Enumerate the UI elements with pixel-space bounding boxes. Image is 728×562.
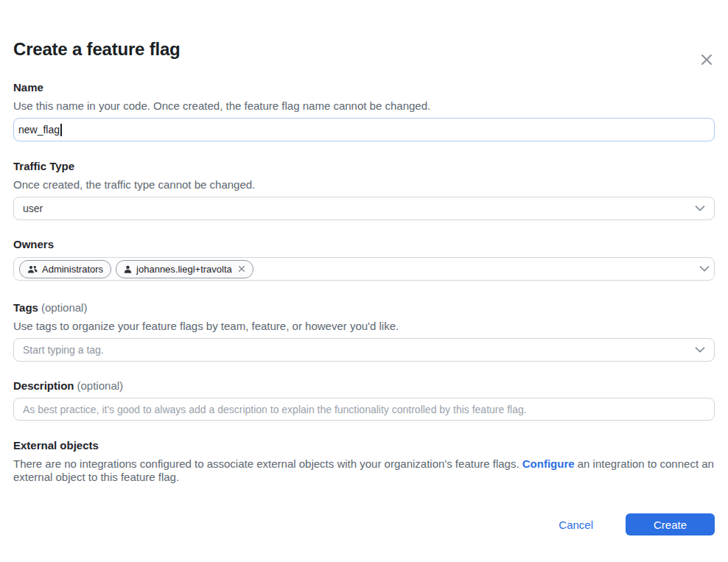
description-input[interactable] <box>13 398 715 421</box>
owner-chip-label: johannes.liegl+travolta <box>136 264 232 275</box>
text-caret <box>60 124 62 136</box>
tags-optional-text: (optional) <box>41 301 88 314</box>
configure-link[interactable]: Configure <box>522 457 575 470</box>
remove-owner-icon[interactable] <box>238 265 245 273</box>
traffic-type-selected-value: user <box>23 203 43 214</box>
modal-title: Create a feature flag <box>13 38 715 60</box>
modal-footer: Cancel Create <box>13 513 715 535</box>
tags-field-group: Tags(optional) Use tags to organize your… <box>13 301 715 362</box>
owner-chip-administrators[interactable]: Administrators <box>19 260 111 278</box>
name-field-group: Name Use this name in your code. Once cr… <box>13 81 715 141</box>
owner-chip-johannes[interactable]: johannes.liegl+travolta <box>116 260 253 278</box>
owners-chip-list: Administrators johannes.liegl+travolta <box>19 260 699 278</box>
group-icon <box>27 265 38 273</box>
tags-select[interactable]: Start typing a tag. <box>13 338 715 362</box>
chevron-down-icon <box>699 266 710 272</box>
description-label: Description(optional) <box>13 379 715 392</box>
traffic-type-label: Traffic Type <box>13 160 715 172</box>
owner-chip-label: Administrators <box>42 264 103 275</box>
external-objects-label: External objects <box>13 439 715 452</box>
external-objects-text: There are no integrations configured to … <box>13 457 715 484</box>
chevron-down-icon <box>695 347 705 353</box>
create-button[interactable]: Create <box>626 513 715 535</box>
traffic-type-help-text: Once created, the traffic type cannot be… <box>13 178 715 191</box>
traffic-type-select[interactable]: user <box>13 197 715 220</box>
owners-select[interactable]: Administrators johannes.liegl+travolta <box>13 257 715 281</box>
name-input-value: new_flag <box>18 124 60 136</box>
external-objects-section: External objects There are no integratio… <box>13 439 715 484</box>
close-button[interactable] <box>697 50 716 69</box>
name-input[interactable]: new_flag <box>13 118 715 141</box>
description-label-text: Description <box>13 379 74 392</box>
chevron-down-icon <box>695 206 705 211</box>
tags-help-text: Use tags to organize your feature flags … <box>13 320 715 332</box>
tags-label-text: Tags <box>13 301 38 314</box>
description-field-group: Description(optional) <box>13 379 715 421</box>
name-help-text: Use this name in your code. Once created… <box>13 99 715 112</box>
tags-placeholder: Start typing a tag. <box>23 344 104 356</box>
tags-label: Tags(optional) <box>13 301 715 314</box>
close-icon <box>699 52 715 68</box>
owners-field-group: Owners Administrators johannes.liegl+tra… <box>13 238 715 281</box>
name-label: Name <box>13 81 715 94</box>
traffic-type-field-group: Traffic Type Once created, the traffic t… <box>13 160 715 220</box>
description-optional-text: (optional) <box>77 379 124 392</box>
owners-label: Owners <box>13 238 715 250</box>
person-icon <box>124 265 132 273</box>
create-feature-flag-modal: Create a feature flag Name Use this name… <box>0 38 728 562</box>
cancel-button[interactable]: Cancel <box>559 519 593 531</box>
external-text-before: There are no integrations configured to … <box>13 457 522 470</box>
